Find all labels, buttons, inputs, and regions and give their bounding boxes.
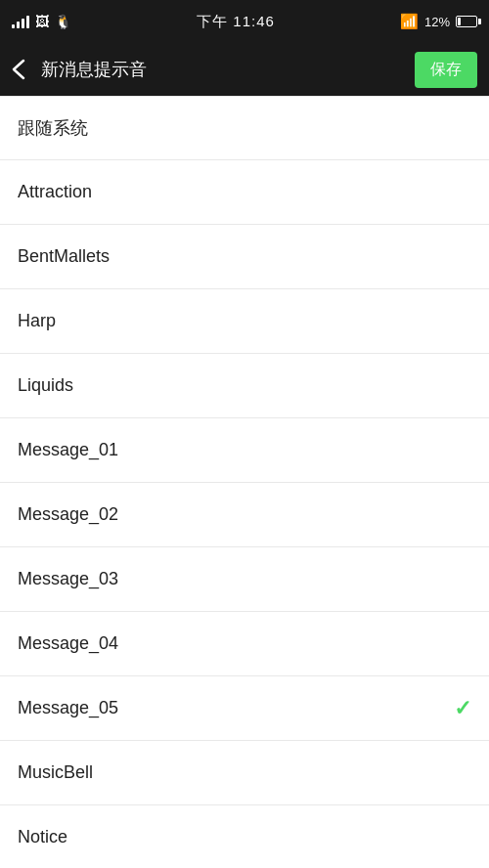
status-left: 🖼 🐧 (12, 14, 71, 29)
item-label: MusicBell (18, 762, 93, 783)
list-item[interactable]: BentMallets (0, 225, 489, 289)
status-bar: 🖼 🐧 下午 11:46 📶 12% (0, 0, 489, 43)
status-right: 📶 12% (400, 13, 477, 30)
item-label: Message_04 (18, 633, 118, 654)
sound-list: 跟随系统AttractionBentMalletsHarpLiquidsMess… (0, 96, 489, 868)
item-label: Message_02 (18, 504, 118, 525)
back-button[interactable] (4, 51, 33, 88)
list-item[interactable]: Message_03 (0, 547, 489, 612)
qq-icon: 🐧 (55, 14, 71, 29)
page-title: 新消息提示音 (41, 58, 415, 81)
item-label: Notice (18, 827, 67, 847)
checkmark-icon: ✓ (454, 696, 471, 721)
list-item[interactable]: Message_02 (0, 483, 489, 547)
list-item[interactable]: Harp (0, 289, 489, 354)
battery-percent: 12% (424, 15, 450, 29)
item-label: Message_05 (18, 698, 118, 718)
nav-bar: 新消息提示音 保存 (0, 43, 489, 96)
item-label: Attraction (18, 182, 92, 202)
list-item[interactable]: Liquids (0, 354, 489, 418)
item-label: 跟随系统 (18, 116, 88, 140)
item-label: Liquids (18, 375, 73, 396)
list-item[interactable]: Message_04 (0, 612, 489, 676)
item-label: Message_03 (18, 569, 118, 589)
list-item[interactable]: Notice (0, 805, 489, 868)
photo-icon: 🖼 (35, 14, 49, 29)
wifi-icon: 📶 (400, 13, 419, 30)
battery-icon (456, 16, 477, 27)
list-item[interactable]: Message_01 (0, 418, 489, 483)
item-label: Harp (18, 311, 56, 331)
signal-icon (12, 15, 29, 28)
list-item[interactable]: MusicBell (0, 741, 489, 805)
list-item[interactable]: Message_05✓ (0, 676, 489, 741)
item-label: Message_01 (18, 440, 118, 460)
status-time: 下午 11:46 (197, 13, 275, 31)
item-label: BentMallets (18, 246, 110, 267)
list-item[interactable]: Attraction (0, 160, 489, 225)
list-item[interactable]: 跟随系统 (0, 96, 489, 160)
save-button[interactable]: 保存 (415, 52, 477, 88)
